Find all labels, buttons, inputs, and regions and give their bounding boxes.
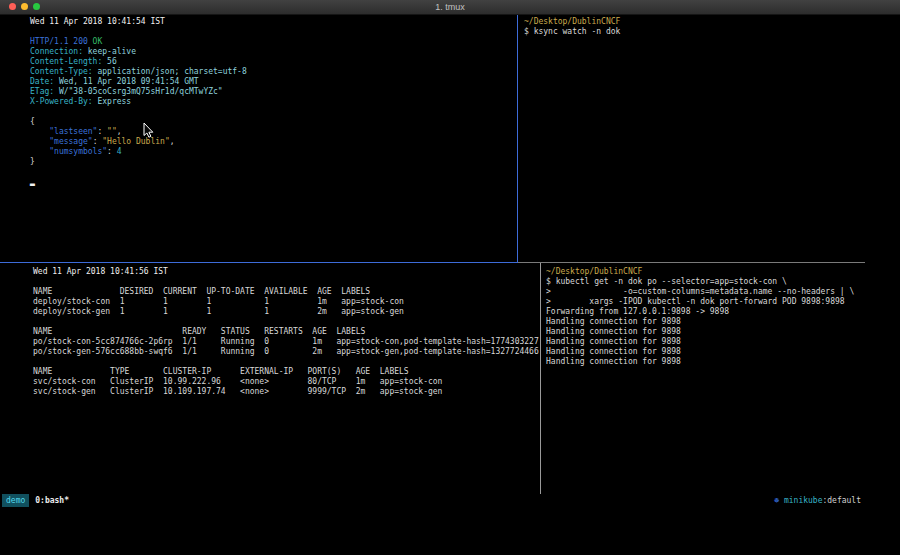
- terminal-line: po/stock-gen-576cc688bb-swqf6 1/1 Runnin…: [33, 347, 573, 357]
- terminal-line: ETag: W/"38-05coCsrg3mQ75sHr1d/qcMTwYZc": [30, 87, 547, 97]
- status-right: ☸ minikube:default: [774, 494, 865, 507]
- terminal-line: deploy/stock-gen 1 1 1 1 2m app=stock-ge…: [33, 307, 573, 317]
- terminal-line: Content-Length: 56: [30, 57, 547, 67]
- terminal-line: Date: Wed, 11 Apr 2018 09:41:54 GMT: [30, 77, 547, 87]
- pane-border-horizontal-right[interactable]: [518, 262, 865, 263]
- terminal-line: NAME READY STATUS RESTARTS AGE LABELS: [33, 327, 573, 337]
- terminal-line: Handling connection for 9898: [546, 337, 869, 347]
- terminal-line: ~/Desktop/DublinCNCF: [546, 267, 869, 277]
- terminal-line: {: [30, 117, 547, 127]
- terminal-line: "lastseen": "",: [30, 127, 547, 137]
- terminal-line: Handling connection for 9898: [546, 357, 869, 367]
- terminal-line: Wed 11 Apr 2018 10:41:54 IST: [30, 17, 547, 27]
- terminal-line: Connection: keep-alive: [30, 47, 547, 57]
- kube-namespace-label: :default: [822, 496, 861, 505]
- session-name-badge: demo: [2, 494, 29, 507]
- terminal-line: Handling connection for 9898: [546, 347, 869, 357]
- terminal-line: NAME TYPE CLUSTER-IP EXTERNAL-IP PORT(S)…: [33, 367, 573, 377]
- window-titlebar[interactable]: 1. tmux: [0, 0, 900, 15]
- terminal-line: HTTP/1.1 200 OK: [30, 37, 547, 47]
- tmux-status-bar: demo 0:bash* ☸ minikube:default: [0, 494, 865, 507]
- pane-border-vertical-top[interactable]: [517, 15, 518, 262]
- terminal-line: $ ksync watch -n dok: [524, 27, 870, 37]
- terminal-line: Forwarding from 127.0.0.1:9898 -> 9898: [546, 307, 869, 317]
- kube-context-label: minikube: [784, 496, 823, 505]
- window-tab-bash[interactable]: 0:bash*: [35, 494, 69, 507]
- mouse-cursor: [143, 122, 154, 138]
- window-title: 1. tmux: [0, 0, 900, 14]
- terminal-line: Wed 11 Apr 2018 10:41:56 IST: [33, 267, 573, 277]
- terminal-line: [33, 277, 573, 287]
- terminal-line: [33, 357, 573, 367]
- pane-port-forward[interactable]: ~/Desktop/DublinCNCF$ kubectl get -n dok…: [541, 263, 869, 497]
- terminal-line: $ kubectl get -n dok po --selector=app=s…: [546, 277, 869, 287]
- terminal-line: Content-Type: application/json; charset=…: [30, 67, 547, 77]
- terminal-line: NAME DESIRED CURRENT UP-TO-DATE AVAILABL…: [33, 287, 573, 297]
- terminal-line: ▂: [30, 177, 547, 187]
- kubernetes-icon: ☸: [774, 496, 779, 505]
- pane-http-response[interactable]: Wed 11 Apr 2018 10:41:54 IST HTTP/1.1 20…: [0, 15, 547, 264]
- terminal-line: [30, 27, 547, 37]
- terminal-line: Handling connection for 9898: [546, 317, 869, 327]
- terminal-line: X-Powered-By: Express: [30, 97, 547, 107]
- terminal-line: svc/stock-gen ClusterIP 10.109.197.74 <n…: [33, 387, 573, 397]
- pane-border-horizontal-left[interactable]: [0, 262, 518, 263]
- terminal-line: deploy/stock-con 1 1 1 1 1m app=stock-co…: [33, 297, 573, 307]
- terminal-line: "numsymbols": 4: [30, 147, 547, 157]
- terminal-line: ~/Desktop/DublinCNCF: [524, 17, 870, 27]
- pane-ksync-watch[interactable]: ~/Desktop/DublinCNCF$ ksync watch -n dok: [518, 15, 870, 264]
- pane-border-vertical-bottom[interactable]: [540, 263, 541, 494]
- terminal-line: po/stock-con-5cc874766c-2p6rp 1/1 Runnin…: [33, 337, 573, 347]
- terminal-line: [33, 317, 573, 327]
- terminal-line: > -o=custom-columns=metadata.name --no-h…: [546, 287, 869, 297]
- terminal-line: > xargs -IPOD kubectl -n dok port-forwar…: [546, 297, 869, 307]
- terminal-line: [30, 167, 547, 177]
- terminal-window: 1. tmux Wed 11 Apr 2018 10:41:54 IST HTT…: [0, 0, 900, 555]
- terminal-line: Handling connection for 9898: [546, 327, 869, 337]
- pane-kubectl-resources[interactable]: Wed 11 Apr 2018 10:41:56 IST NAME DESIRE…: [0, 263, 573, 497]
- terminal-line: svc/stock-con ClusterIP 10.99.222.96 <no…: [33, 377, 573, 387]
- terminal-line: }: [30, 157, 547, 167]
- terminal-line: "message": "Hello Dublin",: [30, 137, 547, 147]
- terminal-line: [30, 107, 547, 117]
